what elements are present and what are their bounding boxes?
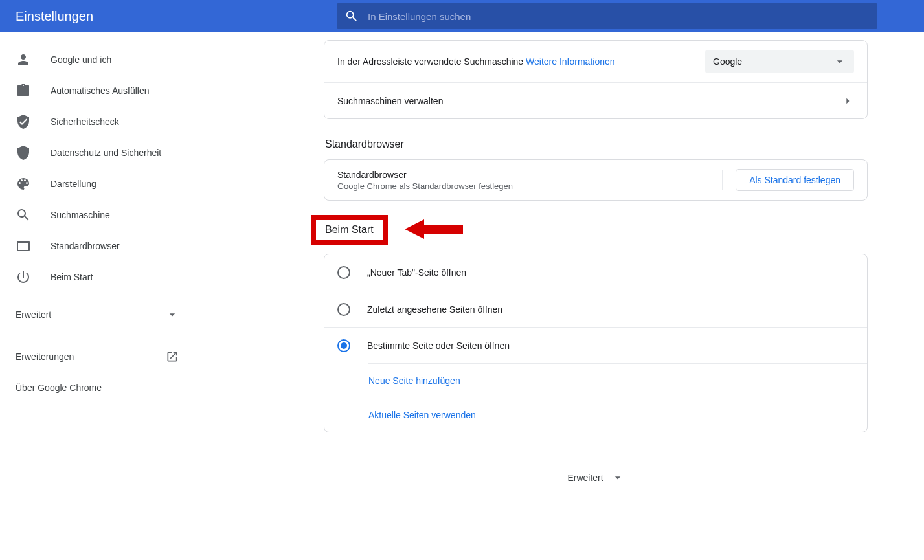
clipboard-icon xyxy=(16,83,31,98)
sidebar-item-on-startup[interactable]: Beim Start xyxy=(0,262,194,293)
radio-button[interactable] xyxy=(337,303,350,316)
chevron-down-icon xyxy=(611,471,624,484)
more-info-link[interactable]: Weitere Informationen xyxy=(526,56,614,67)
search-container[interactable] xyxy=(337,3,877,29)
default-browser-card: Standardbrowser Google Chrome als Standa… xyxy=(324,159,868,201)
add-page-row: Neue Seite hinzufügen xyxy=(368,363,867,398)
sidebar-item-search-engine[interactable]: Suchmaschine xyxy=(0,199,194,230)
chevron-down-icon xyxy=(833,55,846,68)
chevron-down-icon xyxy=(166,308,179,321)
on-startup-card: „Neuer Tab"-Seite öffnen Zuletzt angeseh… xyxy=(324,254,868,432)
sidebar-separator xyxy=(0,337,194,337)
vertical-separator xyxy=(722,170,723,190)
sidebar-item-label: Darstellung xyxy=(51,179,96,189)
sidebar-about-label: Über Google Chrome xyxy=(16,383,102,393)
sidebar-item-label: Google und ich xyxy=(51,54,111,65)
sidebar-advanced-toggle[interactable]: Erweitert xyxy=(0,299,194,330)
sidebar-item-label: Automatisches Ausfüllen xyxy=(51,85,150,96)
svg-marker-0 xyxy=(405,219,463,239)
search-input[interactable] xyxy=(368,11,870,22)
search-icon xyxy=(344,9,359,23)
search-engine-card: In der Adressleiste verwendete Suchmasch… xyxy=(324,40,868,119)
default-browser-sub: Google Chrome als Standardbrowser festle… xyxy=(337,181,709,191)
browser-icon xyxy=(16,238,31,254)
main-content: In der Adressleiste verwendete Suchmasch… xyxy=(194,32,881,523)
startup-option-label: „Neuer Tab"-Seite öffnen xyxy=(367,267,854,278)
add-page-link[interactable]: Neue Seite hinzufügen xyxy=(368,375,460,386)
annotation-arrow-icon xyxy=(405,216,463,244)
sidebar-extensions-label: Erweiterungen xyxy=(16,352,74,362)
main-advanced-toggle[interactable]: Erweitert xyxy=(324,471,868,484)
startup-option-label: Bestimmte Seite oder Seiten öffnen xyxy=(367,341,854,351)
search-engine-selected: Google xyxy=(713,56,742,67)
app-header: Einstellungen xyxy=(0,0,924,32)
sidebar-item-safetycheck[interactable]: Sicherheitscheck xyxy=(0,106,194,137)
search-engine-select[interactable]: Google xyxy=(705,50,854,73)
sidebar-item-label: Datenschutz und Sicherheit xyxy=(51,148,161,158)
use-current-link[interactable]: Aktuelle Seiten verwenden xyxy=(368,410,476,420)
default-browser-title: Standardbrowser xyxy=(337,170,709,180)
startup-option-label: Zuletzt angesehene Seiten öffnen xyxy=(367,304,854,315)
address-bar-search-row: In der Adressleiste verwendete Suchmasch… xyxy=(324,41,867,82)
main-advanced-label: Erweitert xyxy=(567,473,603,483)
startup-option-continue[interactable]: Zuletzt angesehene Seiten öffnen xyxy=(324,291,867,327)
sidebar-advanced-label: Erweitert xyxy=(16,309,51,320)
manage-search-engines-label: Suchmaschinen verwalten xyxy=(337,96,841,106)
external-link-icon xyxy=(166,350,179,363)
shield-icon xyxy=(16,145,31,161)
palette-icon xyxy=(16,176,31,192)
radio-button[interactable] xyxy=(337,339,350,352)
search-icon xyxy=(16,207,31,223)
sidebar-item-label: Suchmaschine xyxy=(51,210,110,220)
default-browser-heading: Standardbrowser xyxy=(325,139,868,150)
app-title: Einstellungen xyxy=(0,9,337,24)
sidebar-item-privacy[interactable]: Datenschutz und Sicherheit xyxy=(0,137,194,168)
sidebar-item-autofill[interactable]: Automatisches Ausfüllen xyxy=(0,75,194,106)
sidebar-item-default-browser[interactable]: Standardbrowser xyxy=(0,230,194,262)
address-bar-text: In der Adressleiste verwendete Suchmasch… xyxy=(337,56,705,67)
manage-search-engines-row[interactable]: Suchmaschinen verwalten xyxy=(324,82,867,118)
sidebar-item-appearance[interactable]: Darstellung xyxy=(0,168,194,199)
person-icon xyxy=(16,52,31,67)
sidebar-item-label: Standardbrowser xyxy=(51,241,120,251)
default-browser-row: Standardbrowser Google Chrome als Standa… xyxy=(324,160,867,200)
power-icon xyxy=(16,269,31,285)
sidebar-item-label: Beim Start xyxy=(51,272,93,282)
startup-option-new-tab[interactable]: „Neuer Tab"-Seite öffnen xyxy=(324,254,867,291)
use-current-row: Aktuelle Seiten verwenden xyxy=(368,398,867,432)
radio-button[interactable] xyxy=(337,266,350,279)
sidebar: Google und ich Automatisches Ausfüllen S… xyxy=(0,32,194,523)
shield-check-icon xyxy=(16,114,31,129)
sidebar-item-google[interactable]: Google und ich xyxy=(0,44,194,75)
set-default-button[interactable]: Als Standard festlegen xyxy=(736,169,854,191)
annotation-highlight: Beim Start xyxy=(311,215,388,245)
startup-option-specific[interactable]: Bestimmte Seite oder Seiten öffnen xyxy=(324,327,867,363)
sidebar-extensions[interactable]: Erweiterungen xyxy=(0,341,194,372)
on-startup-heading: Beim Start xyxy=(311,215,388,245)
chevron-right-icon xyxy=(841,95,854,107)
sidebar-item-label: Sicherheitscheck xyxy=(51,117,119,127)
sidebar-about[interactable]: Über Google Chrome xyxy=(0,372,194,403)
